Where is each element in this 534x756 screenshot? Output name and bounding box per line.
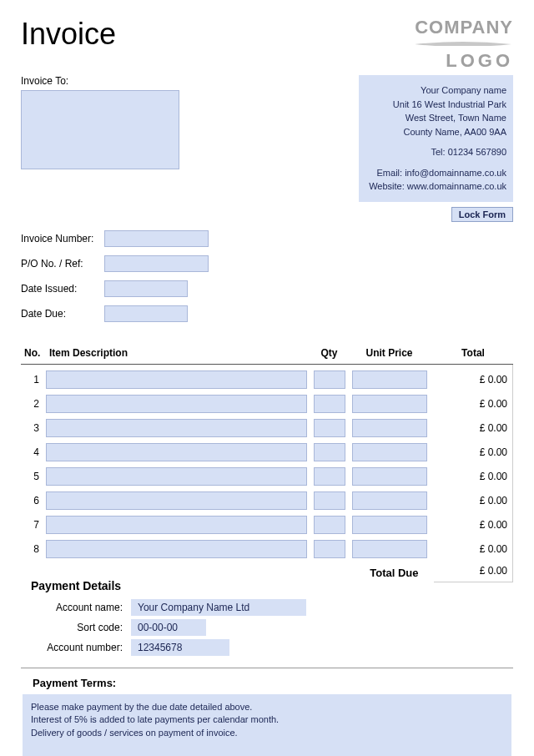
- terms-line3: Delivery of goods / services on payment …: [31, 727, 503, 740]
- page-title: Invoice: [21, 17, 116, 52]
- line-items-table: No. Item Description Qty Unit Price Tota…: [21, 344, 513, 582]
- row-number: 7: [21, 510, 46, 534]
- row-total: £ 0.00: [434, 534, 513, 558]
- item-price-input[interactable]: [352, 467, 427, 486]
- sort-code-label: Sort code:: [38, 622, 131, 633]
- payment-terms-body[interactable]: Please make payment by the due date deta…: [23, 694, 511, 757]
- item-description-input[interactable]: [46, 491, 307, 510]
- payment-terms: Payment Terms: Please make payment by th…: [21, 677, 513, 757]
- item-qty-input[interactable]: [314, 491, 345, 510]
- row-total: £ 0.00: [434, 437, 513, 461]
- row-number: 3: [21, 413, 46, 437]
- col-desc: Item Description: [46, 344, 307, 365]
- table-row: 1£ 0.00: [21, 364, 513, 389]
- table-row: 4£ 0.00: [21, 437, 513, 461]
- item-description-input[interactable]: [46, 419, 307, 437]
- row-total: £ 0.00: [434, 364, 513, 389]
- table-row: 3£ 0.00: [21, 413, 513, 437]
- table-row: 2£ 0.00: [21, 389, 513, 413]
- po-ref-label: P/O No. / Ref:: [21, 258, 104, 270]
- logo-line2: LOGO: [413, 50, 513, 72]
- item-price-input[interactable]: [352, 491, 427, 510]
- item-price-input[interactable]: [352, 395, 427, 413]
- company-addr1: Unit 16 West Industrial Park: [365, 98, 506, 112]
- item-qty-input[interactable]: [314, 419, 345, 437]
- item-qty-input[interactable]: [314, 540, 345, 558]
- po-ref-input[interactable]: [104, 255, 209, 272]
- item-price-input[interactable]: [352, 370, 427, 389]
- date-issued-input[interactable]: [104, 280, 188, 297]
- divider: [21, 668, 513, 668]
- row-total: £ 0.00: [434, 486, 513, 510]
- col-no: No.: [21, 344, 46, 365]
- invoice-to-label: Invoice To:: [21, 75, 359, 87]
- row-number: 6: [21, 486, 46, 510]
- invoice-number-input[interactable]: [104, 230, 209, 247]
- item-price-input[interactable]: [352, 540, 427, 558]
- payment-details-heading: Payment Details: [31, 579, 513, 592]
- company-info-panel: Your Company name Unit 16 West Industria…: [359, 75, 513, 202]
- terms-line1: Please make payment by the due date deta…: [31, 701, 503, 714]
- item-qty-input[interactable]: [314, 467, 345, 486]
- payment-terms-heading: Payment Terms:: [33, 677, 513, 689]
- invoice-to-input[interactable]: [21, 90, 179, 169]
- company-addr2: West Street, Town Name: [365, 111, 506, 125]
- terms-line2: Interest of 5% is added to late payments…: [31, 713, 503, 727]
- account-number-label: Account number:: [38, 642, 131, 653]
- row-number: 1: [21, 364, 46, 389]
- account-name-value[interactable]: Your Company Name Ltd: [131, 599, 306, 616]
- row-total: £ 0.00: [434, 510, 513, 534]
- col-price: Unit Price: [352, 344, 427, 365]
- row-total: £ 0.00: [434, 413, 513, 437]
- company-logo: COMPANY LOGO: [413, 17, 513, 72]
- logo-line1: COMPANY: [413, 17, 513, 38]
- lock-form-button[interactable]: Lock Form: [451, 207, 513, 222]
- item-description-input[interactable]: [46, 395, 307, 413]
- item-qty-input[interactable]: [314, 395, 345, 413]
- row-number: 8: [21, 534, 46, 558]
- row-total: £ 0.00: [434, 461, 513, 486]
- row-number: 4: [21, 437, 46, 461]
- account-number-value[interactable]: 12345678: [131, 639, 229, 656]
- item-qty-input[interactable]: [314, 516, 345, 534]
- table-row: 8£ 0.00: [21, 534, 513, 558]
- item-description-input[interactable]: [46, 540, 307, 558]
- item-price-input[interactable]: [352, 516, 427, 534]
- row-total: £ 0.00: [434, 389, 513, 413]
- col-qty: Qty: [314, 344, 345, 365]
- company-addr3: County Name, AA00 9AA: [365, 125, 506, 139]
- sort-code-value[interactable]: 00-00-00: [131, 619, 206, 636]
- item-description-input[interactable]: [46, 370, 307, 389]
- item-description-input[interactable]: [46, 443, 307, 461]
- table-row: 6£ 0.00: [21, 486, 513, 510]
- logo-swoosh-icon: [413, 41, 513, 46]
- date-due-input[interactable]: [104, 305, 188, 322]
- company-name: Your Company name: [365, 83, 506, 98]
- invoice-number-label: Invoice Number:: [21, 233, 104, 244]
- item-price-input[interactable]: [352, 443, 427, 461]
- row-number: 5: [21, 461, 46, 486]
- item-qty-input[interactable]: [314, 370, 345, 389]
- item-price-input[interactable]: [352, 419, 427, 437]
- row-number: 2: [21, 389, 46, 413]
- payment-details: Payment Details Account name: Your Compa…: [21, 579, 513, 656]
- item-description-input[interactable]: [46, 516, 307, 534]
- date-issued-label: Date Issued:: [21, 283, 104, 295]
- company-tel: Tel: 01234 567890: [365, 145, 506, 159]
- date-due-label: Date Due:: [21, 308, 104, 320]
- account-name-label: Account name:: [38, 602, 131, 613]
- table-row: 5£ 0.00: [21, 461, 513, 486]
- table-row: 7£ 0.00: [21, 510, 513, 534]
- col-total: Total: [434, 344, 513, 365]
- company-website: Website: www.domainname.co.uk: [365, 179, 506, 194]
- item-qty-input[interactable]: [314, 443, 345, 461]
- item-description-input[interactable]: [46, 467, 307, 486]
- company-email: Email: info@domainname.co.uk: [365, 166, 506, 180]
